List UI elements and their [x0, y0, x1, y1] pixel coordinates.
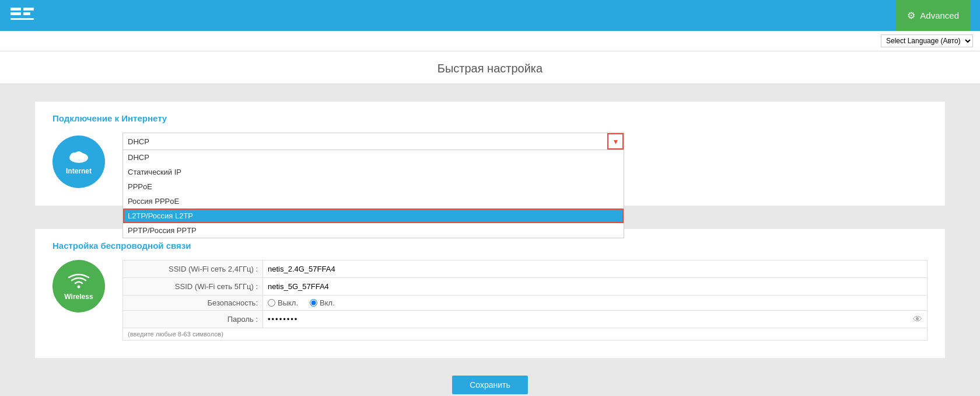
header: ⚙ Advanced: [0, 0, 980, 31]
security-label: Безопасность:: [123, 296, 263, 311]
ssid-24-row: SSID (Wi-Fi сеть 2,4ГГц) :: [123, 260, 928, 278]
internet-icon-circle: Internet: [52, 136, 105, 188]
language-bar: Select Language (Авто) English Русский 中…: [0, 31, 980, 51]
security-value-cell: Выкл. Вкл.: [263, 296, 928, 311]
wireless-icon-circle: Wireless: [52, 260, 105, 312]
ssid-5g-label: SSID (Wi-Fi сеть 5ГГц) :: [123, 278, 263, 296]
wireless-form: SSID (Wi-Fi сеть 2,4ГГц) : SSID (Wi-Fi с…: [123, 260, 928, 341]
dropdown-arrow[interactable]: ▾: [607, 133, 624, 150]
security-off-text: Выкл.: [278, 298, 298, 307]
advanced-label: Advanced: [920, 11, 959, 20]
password-label: Пароль :: [123, 311, 263, 328]
svg-rect-1: [10, 12, 21, 15]
page-title: Быстрая настройка: [438, 62, 542, 75]
svg-rect-0: [10, 8, 21, 11]
dropdown-item-l2tp[interactable]: L2TP/Россия L2TP: [123, 209, 624, 223]
dropdown-item-dhcp[interactable]: DHCP: [123, 150, 624, 165]
netis-logo-icon: [9, 5, 35, 26]
dropdown-item-pppoe[interactable]: PPPoE: [123, 179, 624, 194]
cloud-icon: [68, 148, 90, 164]
dropdown-item-russia-pppoe[interactable]: Россия PPPoE: [123, 194, 624, 209]
eye-icon[interactable]: 👁: [913, 314, 922, 325]
security-on-radio[interactable]: [310, 299, 317, 307]
password-cell: 👁: [263, 311, 928, 328]
ssid-24-input[interactable]: [268, 263, 922, 275]
save-button[interactable]: Сохранить: [452, 376, 528, 394]
svg-rect-3: [23, 12, 30, 15]
header-right: ⚙ Advanced: [895, 0, 971, 31]
svg-point-9: [78, 286, 80, 289]
wireless-label: Wireless: [64, 293, 93, 301]
dropdown-item-pptp[interactable]: PPTP/Россия PPTP: [123, 223, 624, 238]
dropdown-item-static[interactable]: Статический IP: [123, 165, 624, 179]
dropdown-display[interactable]: DHCP ▾: [123, 133, 624, 150]
wireless-form-table: SSID (Wi-Fi сеть 2,4ГГц) : SSID (Wi-Fi с…: [123, 260, 928, 328]
connection-form: DHCP ▾ DHCP Статический IP PPPoE Россия …: [123, 133, 928, 150]
advanced-button[interactable]: ⚙ Advanced: [895, 0, 971, 31]
security-on-label[interactable]: Вкл.: [310, 298, 335, 307]
security-off-radio[interactable]: [268, 299, 275, 307]
dropdown-list: DHCP Статический IP PPPoE Россия PPPoE L…: [123, 150, 624, 238]
ssid-5g-input[interactable]: [268, 281, 922, 292]
internet-label: Internet: [66, 167, 92, 175]
ssid-24-value-cell: [263, 260, 928, 278]
ssid-5g-value-cell: [263, 278, 928, 296]
security-row: Безопасность: Выкл. Вкл.: [123, 296, 928, 311]
wifi-icon: [68, 272, 90, 289]
wireless-section: Настройка беспроводной связи Wireless SS…: [35, 229, 945, 358]
wireless-section-title: Настройка беспроводной связи: [52, 241, 928, 251]
ssid-5g-row: SSID (Wi-Fi сеть 5ГГц) :: [123, 278, 928, 296]
wireless-content: Wireless SSID (Wi-Fi сеть 2,4ГГц) : SSID…: [52, 260, 928, 341]
svg-rect-2: [23, 8, 34, 11]
internet-content: Internet DHCP ▾ DHCP Статический IP PPPo…: [52, 133, 928, 188]
password-input[interactable]: [268, 314, 905, 325]
save-bar: Сохранить: [0, 364, 980, 396]
svg-rect-4: [10, 18, 34, 20]
main-content: Подключение к Интернету Internet DHCP ▾: [0, 84, 980, 396]
internet-section: Подключение к Интернету Internet DHCP ▾: [35, 102, 945, 206]
password-row: Пароль : 👁: [123, 311, 928, 328]
logo: [9, 5, 35, 26]
svg-point-8: [75, 151, 83, 158]
security-on-text: Вкл.: [320, 298, 335, 307]
security-radio-group: Выкл. Вкл.: [268, 298, 922, 307]
connection-type-dropdown[interactable]: DHCP ▾ DHCP Статический IP PPPoE Россия …: [123, 133, 624, 150]
password-hint: (введите любые 8-63 символов): [123, 328, 928, 341]
page-title-bar: Быстрая настройка: [0, 51, 980, 84]
gear-icon: ⚙: [907, 10, 915, 21]
ssid-24-label: SSID (Wi-Fi сеть 2,4ГГц) :: [123, 260, 263, 278]
dropdown-value: DHCP: [128, 137, 149, 146]
internet-section-title: Подключение к Интернету: [52, 113, 928, 123]
language-select[interactable]: Select Language (Авто) English Русский 中…: [881, 34, 973, 47]
security-off-label[interactable]: Выкл.: [268, 298, 298, 307]
